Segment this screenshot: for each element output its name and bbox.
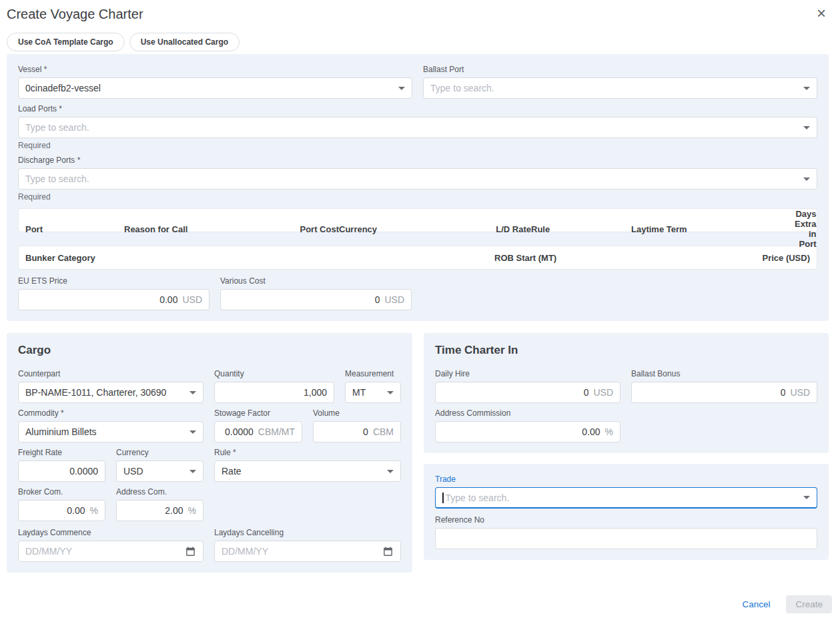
reference-no-input[interactable]: [442, 529, 810, 549]
currency-field: Currency USD: [116, 448, 203, 482]
broker-com-unit: %: [90, 505, 98, 516]
rule-field: Rule * Rate: [214, 448, 401, 482]
laydays-commence-label: Laydays Commence: [18, 528, 203, 537]
commodity-value: Aluminium Billets: [25, 426, 185, 437]
laydays-cancelling-input[interactable]: [222, 541, 378, 561]
address-commission-unit: %: [605, 426, 613, 437]
measurement-value: MT: [352, 387, 382, 398]
broker-com-field: Broker Com. %: [18, 487, 105, 521]
cancel-button[interactable]: Cancel: [735, 595, 777, 613]
chevron-down-icon[interactable]: [803, 87, 810, 90]
laydays-commence-box: [18, 541, 203, 562]
quantity-input[interactable]: [222, 382, 327, 402]
broker-com-input[interactable]: [25, 501, 85, 521]
commodity-select[interactable]: Aluminium Billets: [18, 421, 203, 442]
address-com-field: Address Com. %: [116, 487, 203, 521]
eu-ets-price-input[interactable]: [25, 290, 177, 310]
stowage-factor-input[interactable]: [222, 422, 254, 442]
close-icon[interactable]: ×: [814, 5, 829, 21]
address-com-label: Address Com.: [116, 487, 203, 497]
trade-input[interactable]: [446, 488, 799, 507]
vessel-field: Vessel * 0cinadefb2-vessel: [18, 65, 412, 99]
freight-rate-input[interactable]: [25, 461, 98, 481]
calendar-icon[interactable]: [382, 546, 394, 557]
create-button[interactable]: Create: [786, 595, 832, 613]
chevron-down-icon: [387, 470, 394, 473]
various-cost-input[interactable]: [228, 290, 380, 310]
trade-combobox: [435, 487, 817, 509]
calendar-icon[interactable]: [185, 546, 196, 557]
use-unallocated-cargo-button[interactable]: Use Unallocated Cargo: [129, 33, 240, 51]
commodity-field: Commodity * Aluminium Billets: [18, 408, 203, 442]
counterpart-select[interactable]: BP-NAME-1011, Charterer, 30690: [18, 382, 203, 403]
daily-hire-box: USD: [435, 382, 620, 403]
right-column: Time Charter In Daily Hire USD Ballast B…: [424, 333, 829, 573]
vessel-value: 0cinadefb2-vessel: [25, 83, 394, 93]
discharge-ports-label: Discharge Ports *: [18, 156, 817, 165]
freight-rate-box: [18, 460, 105, 482]
currency-value: USD: [123, 466, 185, 477]
trade-panel: Trade Reference No: [424, 464, 829, 560]
cargo-panel: Cargo Counterpart BP-NAME-1011, Chartere…: [7, 333, 412, 573]
ballast-bonus-input[interactable]: [639, 382, 785, 402]
load-ports-input[interactable]: [25, 117, 799, 137]
col-header-rule: Rule: [531, 224, 631, 234]
counterpart-value: BP-NAME-1011, Charterer, 30690: [25, 387, 185, 398]
chevron-down-icon: [189, 470, 196, 473]
laydays-commence-field: Laydays Commence: [18, 528, 203, 562]
stowage-factor-unit: CBM/MT: [258, 426, 295, 437]
address-commission-field: Address Commission %: [435, 408, 620, 442]
rule-select[interactable]: Rate: [214, 460, 401, 482]
col-header-price-usd: Price (USD): [762, 253, 810, 263]
vessel-select[interactable]: 0cinadefb2-vessel: [18, 77, 412, 99]
discharge-ports-field: Discharge Ports * Required: [18, 156, 817, 202]
chevron-down-icon[interactable]: [803, 126, 810, 129]
voyage-details-panel: Vessel * 0cinadefb2-vessel Ballast Port …: [7, 54, 829, 321]
ballast-bonus-label: Ballast Bonus: [631, 369, 817, 378]
chevron-down-icon: [387, 391, 394, 394]
ballast-port-field: Ballast Port: [423, 65, 817, 99]
tc-row-2: Address Commission %: [435, 408, 817, 442]
various-cost-field: Various Cost USD: [220, 276, 412, 310]
address-commission-input[interactable]: [442, 422, 600, 442]
chevron-down-icon[interactable]: [803, 178, 810, 181]
ballast-port-input[interactable]: [430, 78, 799, 98]
tc-row-1: Daily Hire USD Ballast Bonus USD: [435, 369, 817, 403]
ports-table-header: Port Reason for Call Port Cost Currency …: [18, 208, 817, 232]
chevron-down-icon: [189, 430, 196, 434]
cargo-row-2: Commodity * Aluminium Billets Stowage Fa…: [18, 408, 401, 442]
stowage-factor-field: Stowage Factor CBM/MT: [214, 408, 302, 442]
stowage-factor-box: CBM/MT: [214, 421, 302, 442]
volume-box: CBM: [313, 421, 401, 442]
col-header-bunker-category: Bunker Category: [25, 253, 494, 263]
volume-input[interactable]: [320, 422, 368, 442]
use-coa-template-cargo-button[interactable]: Use CoA Template Cargo: [7, 33, 125, 51]
ballast-bonus-field: Ballast Bonus USD: [631, 369, 817, 403]
discharge-ports-input[interactable]: [25, 169, 799, 189]
laydays-commence-input[interactable]: [25, 541, 180, 561]
template-actions: Use CoA Template Cargo Use Unallocated C…: [7, 33, 829, 51]
laydays-cancelling-field: Laydays Cancelling: [214, 528, 401, 562]
currency-label: Currency: [116, 448, 203, 457]
address-commission-label: Address Commission: [435, 408, 620, 418]
discharge-ports-combobox: [18, 168, 817, 190]
commodity-label: Commodity *: [18, 408, 203, 418]
chevron-down-icon: [398, 87, 405, 90]
create-voyage-charter-dialog: Create Voyage Charter × Use CoA Template…: [0, 0, 840, 618]
laydays-cancelling-box: [214, 541, 401, 562]
measurement-select[interactable]: MT: [345, 382, 401, 403]
counterpart-label: Counterpart: [18, 369, 203, 378]
vessel-row: Vessel * 0cinadefb2-vessel Ballast Port: [18, 65, 817, 99]
dialog-title: Create Voyage Charter: [7, 5, 143, 23]
load-ports-combobox: [18, 117, 817, 138]
lower-columns: Cargo Counterpart BP-NAME-1011, Chartere…: [7, 333, 829, 573]
broker-com-label: Broker Com.: [18, 487, 105, 497]
laydays-cancelling-label: Laydays Cancelling: [214, 528, 401, 537]
chevron-down-icon[interactable]: [803, 496, 810, 499]
rule-value: Rate: [222, 466, 382, 477]
cargo-row-4: Broker Com. % Address Com. %: [18, 487, 401, 521]
currency-select[interactable]: USD: [116, 460, 203, 482]
daily-hire-input[interactable]: [442, 382, 588, 402]
address-com-input[interactable]: [123, 501, 183, 521]
counterpart-field: Counterpart BP-NAME-1011, Charterer, 306…: [18, 369, 203, 403]
